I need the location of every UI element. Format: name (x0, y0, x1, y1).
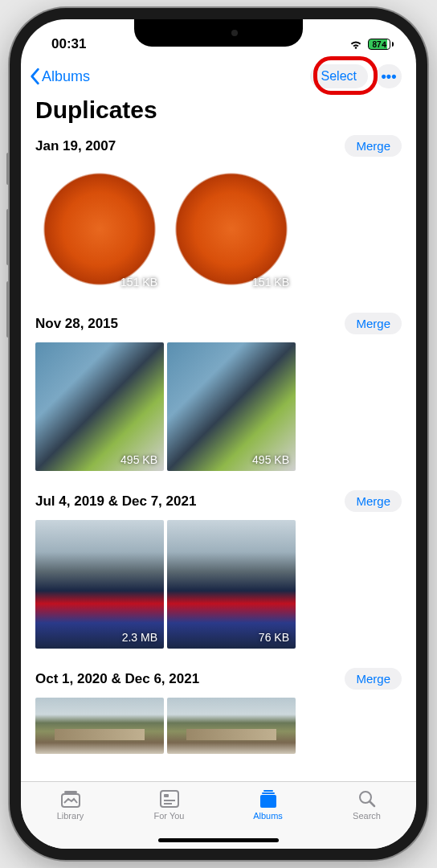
svg-rect-1 (64, 791, 77, 793)
group-date: Jan 19, 2007 (35, 138, 116, 154)
foryou-icon (157, 788, 182, 809)
file-size: 76 KB (259, 631, 289, 644)
status-right: 87𝟦 (349, 39, 394, 50)
notch (134, 19, 303, 47)
svg-line-10 (370, 801, 374, 806)
wifi-icon (349, 39, 363, 50)
tutorial-highlight (313, 56, 378, 95)
file-size: 495 KB (120, 453, 157, 466)
photo-thumbnail[interactable] (35, 698, 164, 754)
svg-rect-8 (263, 790, 273, 792)
page-title: Duplicates (21, 93, 416, 135)
group-date: Oct 1, 2020 & Dec 6, 2021 (35, 671, 199, 687)
photo-thumbnail[interactable] (167, 698, 296, 754)
merge-button[interactable]: Merge (345, 668, 402, 690)
tab-albums[interactable]: Albums (236, 788, 300, 821)
duplicate-group: Oct 1, 2020 & Dec 6, 2021 Merge (21, 668, 416, 773)
group-date: Nov 28, 2015 (35, 316, 118, 332)
albums-icon (256, 788, 280, 809)
back-button[interactable]: Albums (29, 68, 90, 85)
battery-indicator: 87𝟦 (368, 39, 394, 50)
device-frame: 00:31 87𝟦 Albums Select ••• (10, 8, 427, 860)
merge-button[interactable]: Merge (345, 490, 402, 512)
tab-bar: Library For You Albums Search (21, 781, 416, 849)
file-size: 495 KB (252, 453, 289, 466)
nav-bar: Albums Select ••• (21, 58, 416, 93)
chevron-left-icon (29, 68, 40, 85)
tab-foryou[interactable]: For You (137, 788, 202, 821)
tab-label: Search (353, 811, 381, 821)
file-size: 151 KB (120, 276, 157, 289)
file-size: 151 KB (252, 276, 289, 289)
tab-library[interactable]: Library (39, 788, 103, 821)
library-icon (59, 788, 83, 809)
status-time: 00:31 (51, 36, 86, 52)
photo-thumbnail[interactable]: 151 KB (35, 165, 164, 293)
file-size: 2.3 MB (122, 631, 157, 644)
duplicate-group: Jan 19, 2007 Merge 151 KB 151 KB (21, 135, 416, 313)
search-icon (355, 788, 379, 809)
screen: 00:31 87𝟦 Albums Select ••• (21, 19, 416, 849)
merge-button[interactable]: Merge (345, 135, 402, 157)
more-button[interactable]: ••• (376, 64, 402, 88)
group-date: Jul 4, 2019 & Dec 7, 2021 (35, 493, 196, 510)
duplicate-group: Nov 28, 2015 Merge 495 KB 495 KB (21, 313, 416, 490)
back-label: Albums (42, 68, 90, 85)
photo-thumbnail[interactable]: 2.3 MB (35, 520, 164, 649)
tab-label: For You (154, 811, 185, 821)
duplicate-group: Jul 4, 2019 & Dec 7, 2021 Merge 2.3 MB 7… (21, 490, 416, 668)
tab-search[interactable]: Search (335, 788, 399, 821)
home-indicator[interactable] (158, 838, 279, 842)
svg-rect-6 (260, 795, 276, 808)
tab-label: Albums (253, 811, 283, 821)
tab-label: Library (57, 811, 84, 821)
svg-rect-3 (164, 794, 169, 797)
photo-thumbnail[interactable]: 76 KB (167, 520, 296, 649)
svg-rect-7 (262, 792, 275, 794)
ellipsis-icon: ••• (382, 68, 397, 85)
photo-thumbnail[interactable]: 495 KB (35, 342, 164, 471)
merge-button[interactable]: Merge (345, 313, 402, 334)
photo-thumbnail[interactable]: 151 KB (167, 165, 296, 293)
photo-thumbnail[interactable]: 495 KB (167, 342, 296, 471)
content-scroll[interactable]: Jan 19, 2007 Merge 151 KB 151 KB Nov 28,… (21, 135, 416, 783)
